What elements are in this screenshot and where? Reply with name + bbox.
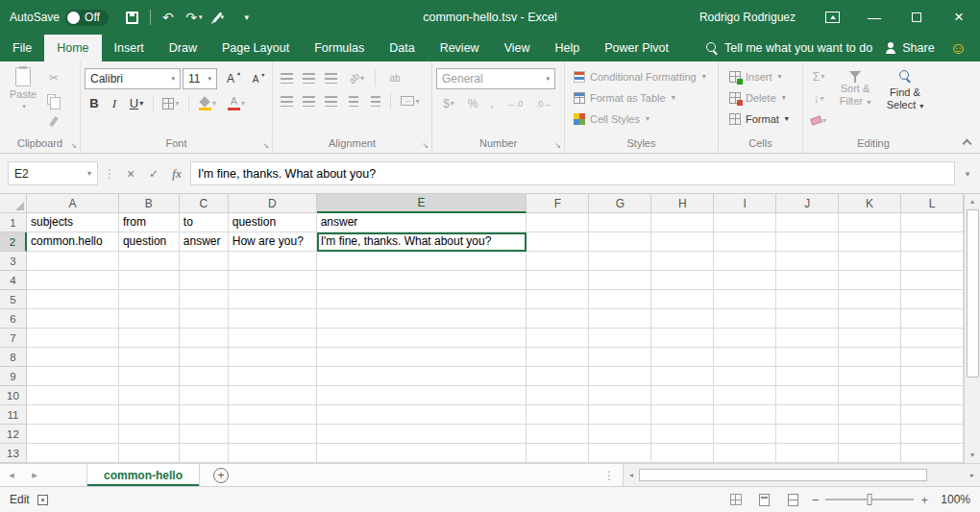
tab-view[interactable]: View: [492, 35, 543, 61]
share-button[interactable]: Share: [885, 41, 934, 55]
format-cells-button[interactable]: Format▾: [723, 109, 799, 129]
cell-F8[interactable]: [527, 348, 589, 367]
cell-styles-button[interactable]: Cell Styles▾: [569, 109, 715, 129]
cell-C7[interactable]: [180, 329, 229, 348]
conditional-formatting-button[interactable]: Conditional Formatting▾: [569, 66, 715, 86]
cell-E2[interactable]: I'm fine, thanks. What about you?: [317, 232, 527, 252]
cell-B4[interactable]: [119, 271, 180, 290]
cell-G7[interactable]: [589, 329, 651, 348]
cell-E9[interactable]: [317, 367, 527, 386]
cell-L4[interactable]: [901, 271, 964, 290]
sheet-nav-left-button[interactable]: ◂: [0, 469, 23, 481]
formula-input[interactable]: I'm fine, thanks. What about you?: [190, 161, 955, 185]
cell-C5[interactable]: [180, 290, 229, 309]
column-header-I[interactable]: I: [714, 194, 776, 213]
cell-A8[interactable]: [27, 348, 119, 367]
cell-C2[interactable]: answer: [180, 232, 229, 252]
increase-decimal-button[interactable]: ←.0: [502, 93, 528, 113]
cell-A13[interactable]: [27, 444, 119, 463]
cell-I10[interactable]: [714, 386, 776, 405]
cell-D12[interactable]: [229, 425, 317, 444]
fill-button[interactable]: ↓▾: [807, 88, 830, 109]
cell-J10[interactable]: [776, 386, 839, 405]
cell-A1[interactable]: subjects: [27, 213, 119, 232]
decrease-font-size-button[interactable]: A▾: [244, 69, 267, 89]
cell-B13[interactable]: [119, 444, 180, 463]
cell-H7[interactable]: [651, 329, 714, 348]
cell-F5[interactable]: [527, 290, 589, 309]
row-header-7[interactable]: 7: [0, 329, 27, 348]
collapse-ribbon-button[interactable]: [963, 139, 972, 149]
orientation-button[interactable]: ab▾: [343, 68, 370, 87]
cell-A2[interactable]: common.hello: [27, 232, 119, 252]
align-top-button[interactable]: [277, 68, 297, 87]
row-header-8[interactable]: 8: [0, 348, 27, 367]
enter-button[interactable]: ✓: [144, 161, 163, 185]
cell-L3[interactable]: [901, 252, 964, 271]
cell-A3[interactable]: [27, 252, 119, 271]
cell-F2[interactable]: [527, 232, 589, 252]
cell-C6[interactable]: [180, 309, 229, 329]
cell-E10[interactable]: [317, 386, 527, 405]
undo-button[interactable]: ↶: [157, 5, 180, 30]
cell-E11[interactable]: [317, 405, 527, 425]
vertical-scrollbar[interactable]: ▴ ▾: [964, 194, 980, 463]
cell-B7[interactable]: [119, 329, 180, 348]
cell-K7[interactable]: [839, 329, 901, 348]
cell-B12[interactable]: [119, 425, 180, 444]
row-header-6[interactable]: 6: [0, 309, 27, 329]
row-header-9[interactable]: 9: [0, 367, 27, 386]
borders-button[interactable]: ▾: [159, 93, 184, 113]
paste-button[interactable]: Paste ▾: [4, 64, 42, 110]
cell-A9[interactable]: [27, 367, 119, 386]
tab-home[interactable]: Home: [44, 35, 101, 61]
italic-button[interactable]: I: [106, 93, 123, 113]
cell-K8[interactable]: [839, 348, 901, 367]
tab-help[interactable]: Help: [543, 35, 593, 61]
cell-G1[interactable]: [589, 213, 651, 232]
cell-D5[interactable]: [229, 290, 317, 309]
comma-style-button[interactable]: ,: [484, 93, 500, 113]
tell-me-box[interactable]: Tell me what you want to do: [706, 35, 872, 61]
clear-button[interactable]: ▾: [807, 110, 830, 131]
cell-K12[interactable]: [839, 425, 901, 444]
align-center-button[interactable]: [299, 91, 319, 110]
increase-indent-button[interactable]: [365, 91, 385, 110]
cell-I9[interactable]: [714, 367, 776, 386]
cell-C11[interactable]: [180, 405, 229, 425]
font-color-button[interactable]: A▾: [223, 93, 250, 113]
cell-K13[interactable]: [839, 444, 901, 463]
autosave-toggle[interactable]: AutoSave Off: [10, 10, 109, 26]
number-format-select[interactable]: General▾: [436, 68, 555, 89]
font-name-select[interactable]: Calibri▾: [85, 68, 181, 89]
cell-G9[interactable]: [589, 367, 651, 386]
cell-G13[interactable]: [589, 444, 651, 463]
vertical-scrollbar-thumb[interactable]: [967, 209, 979, 378]
cell-L13[interactable]: [901, 444, 964, 463]
scroll-right-arrow[interactable]: ▸: [965, 471, 980, 479]
cell-E6[interactable]: [317, 309, 527, 329]
cell-D11[interactable]: [229, 405, 317, 425]
sheet-nav-right-button[interactable]: ▸: [23, 469, 46, 481]
cell-K5[interactable]: [839, 290, 901, 309]
decrease-decimal-button[interactable]: .0→: [530, 93, 557, 113]
sheet-tab-common-hello[interactable]: common-hello: [86, 464, 200, 486]
cell-G8[interactable]: [589, 348, 651, 367]
cell-K2[interactable]: [839, 232, 901, 252]
cell-L9[interactable]: [901, 367, 964, 386]
save-button[interactable]: [121, 5, 144, 30]
cell-F9[interactable]: [527, 367, 589, 386]
cell-C4[interactable]: [180, 271, 229, 290]
column-header-G[interactable]: G: [589, 194, 651, 213]
tab-draw[interactable]: Draw: [157, 35, 209, 61]
cell-H11[interactable]: [651, 405, 714, 425]
horizontal-scrollbar-thumb[interactable]: [639, 469, 927, 481]
cell-E13[interactable]: [317, 444, 527, 463]
cell-D10[interactable]: [229, 386, 317, 405]
cell-D9[interactable]: [229, 367, 317, 386]
cell-G2[interactable]: [589, 232, 651, 252]
cell-H2[interactable]: [651, 232, 714, 252]
scroll-left-arrow[interactable]: ◂: [624, 471, 639, 479]
zoom-slider-thumb[interactable]: [868, 494, 872, 505]
cell-K10[interactable]: [839, 386, 901, 405]
